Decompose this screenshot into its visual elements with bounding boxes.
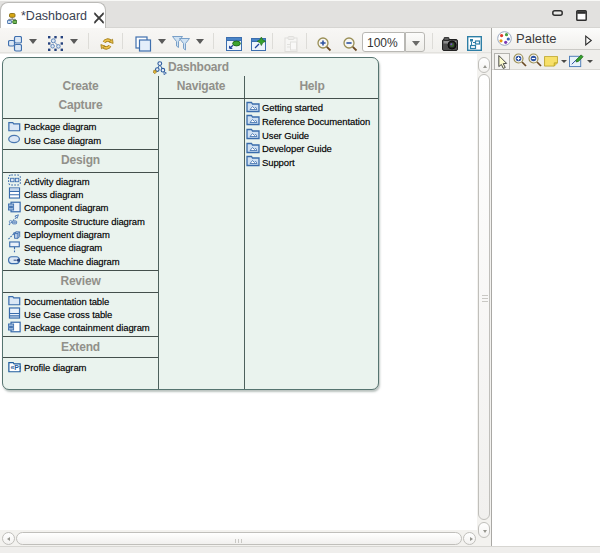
svg-text:«P»: «P» <box>11 364 21 371</box>
